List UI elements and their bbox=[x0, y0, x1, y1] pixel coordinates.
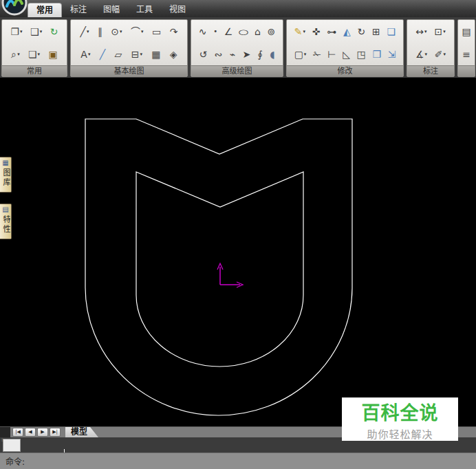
library-icon: ▦ bbox=[2, 159, 8, 167]
paste-special-button[interactable]: ⊟▾ bbox=[131, 48, 143, 61]
parallel-line-button[interactable]: ∥ bbox=[97, 25, 103, 38]
command-window-handle[interactable] bbox=[3, 439, 21, 452]
stretch-button[interactable]: ⇲ bbox=[387, 48, 397, 61]
ribbon-row-common-1: ❐▾❑▾↻ bbox=[2, 20, 67, 43]
axis-button[interactable]: ∠ bbox=[224, 25, 234, 38]
dropdown-caret-icon[interactable]: ▾ bbox=[38, 52, 41, 57]
prev-sheet-button[interactable]: ◀ bbox=[25, 428, 36, 437]
point-button[interactable]: • bbox=[213, 25, 218, 38]
ribbon-group-label-modify: 修改 bbox=[287, 65, 403, 76]
ribbon-row-extra-2: ≡ bbox=[458, 43, 475, 65]
profile-button[interactable]: ▱ bbox=[114, 48, 123, 61]
coordinate-button[interactable]: ⊡▾ bbox=[434, 25, 446, 38]
offset-button[interactable]: ❏ bbox=[387, 25, 397, 38]
ellipse-button[interactable]: ○ bbox=[239, 25, 248, 38]
polygon-button[interactable]: ⌂ bbox=[254, 25, 261, 38]
window-tab-常用[interactable]: 常用 bbox=[28, 3, 62, 17]
line-button[interactable]: ╱▾ bbox=[79, 25, 89, 38]
paste-button[interactable]: ❑▾ bbox=[30, 25, 43, 38]
spline-icon: ∿ bbox=[199, 26, 207, 37]
last-sheet-button[interactable]: ▶| bbox=[50, 428, 61, 437]
copy-button[interactable]: ❐▾ bbox=[10, 25, 23, 38]
next-sheet-button[interactable]: ▶ bbox=[37, 428, 48, 437]
line-width-button[interactable]: ≡ bbox=[462, 48, 471, 61]
spline-button[interactable]: ∿ bbox=[198, 25, 208, 38]
drawing-canvas[interactable]: ▦图库▤特性 bbox=[0, 78, 476, 426]
rotate-button[interactable]: ↻ bbox=[357, 25, 367, 38]
dropdown-caret-icon[interactable]: ▾ bbox=[304, 52, 307, 57]
chamfer-button[interactable]: ◺ bbox=[342, 48, 351, 61]
window-tab-标注[interactable]: 标注 bbox=[62, 3, 95, 17]
arc-button[interactable]: ⌒▾ bbox=[130, 25, 144, 38]
dropdown-caret-icon[interactable]: ▾ bbox=[140, 52, 142, 57]
corner-button[interactable]: ◳ bbox=[356, 48, 367, 61]
array-button[interactable]: ⊞ bbox=[371, 25, 381, 38]
dropdown-caret-icon[interactable]: ▾ bbox=[40, 29, 43, 34]
window-tab-图幅[interactable]: 图幅 bbox=[95, 3, 128, 17]
dropdown-caret-icon[interactable]: ▾ bbox=[87, 29, 89, 34]
sheet-button[interactable]: ▤ bbox=[461, 25, 471, 38]
break-line-button[interactable]: ⌁ bbox=[229, 48, 236, 61]
copy-shift-button[interactable]: ⊶ bbox=[326, 25, 337, 38]
trim-button[interactable]: ✁ bbox=[312, 48, 322, 61]
dropdown-caret-icon[interactable]: ▾ bbox=[444, 52, 446, 57]
window-tab-视图[interactable]: 视图 bbox=[161, 3, 194, 17]
wave-line-button[interactable]: ∾ bbox=[213, 48, 223, 61]
zoom-button[interactable]: ⌕▾ bbox=[10, 48, 20, 61]
tolerance-button[interactable]: ∡▾ bbox=[415, 48, 428, 61]
side-tab-图库[interactable]: ▦图库 bbox=[0, 157, 12, 193]
dropdown-caret-icon[interactable]: ▾ bbox=[424, 52, 427, 57]
extend-button[interactable]: ⊢ bbox=[327, 48, 336, 61]
dimension-button[interactable]: ↔▾ bbox=[415, 25, 427, 38]
explode-button[interactable]: ❒ bbox=[371, 48, 382, 61]
explode-icon: ❒ bbox=[372, 49, 381, 60]
sketch-line-button[interactable]: ╱ bbox=[99, 48, 106, 61]
ribbon-tabstrip: 常用标注图幅工具视图 bbox=[28, 2, 194, 17]
rectangle-icon: ▭ bbox=[152, 26, 161, 37]
dropdown-caret-icon[interactable]: ▾ bbox=[303, 29, 306, 34]
rectangle-button[interactable]: ▭ bbox=[151, 25, 162, 38]
line-width-icon: ≡ bbox=[462, 49, 470, 60]
erase-button[interactable]: ✎▾ bbox=[294, 25, 306, 38]
application-window: 常用标注图幅工具视图 ❐▾❑▾↻⌕▾❏▾▣常用╱▾∥⊙▾⌒▾▭↷A▾╱▱⊟▾▦◈… bbox=[0, 0, 476, 469]
dropdown-caret-icon[interactable]: ▾ bbox=[120, 29, 122, 34]
hatch-button[interactable]: ▦ bbox=[151, 48, 161, 61]
ribbon-group-adv-draw: ∿•∠○⌂⊚↺∾⌁➤∮◖高级绘图 bbox=[191, 19, 283, 77]
circle-button[interactable]: ⊙▾ bbox=[110, 25, 122, 38]
dropdown-caret-icon[interactable]: ▾ bbox=[424, 29, 427, 34]
contour-button[interactable]: ∮ bbox=[257, 48, 263, 61]
label-tag-button[interactable]: ◈ bbox=[169, 48, 178, 61]
rotate-icon: ↻ bbox=[358, 26, 366, 37]
model-tab[interactable]: 模型 bbox=[65, 427, 98, 437]
side-tab-label: 特性 bbox=[0, 215, 11, 235]
revolve-circle-button[interactable]: ⊚ bbox=[267, 25, 277, 38]
hatch-icon: ▦ bbox=[151, 49, 160, 60]
dropdown-caret-icon[interactable]: ▾ bbox=[20, 29, 23, 34]
app-logo-icon[interactable] bbox=[1, 0, 28, 16]
side-tab-特性[interactable]: ▤特性 bbox=[0, 204, 12, 239]
move-button[interactable]: ✜ bbox=[312, 25, 321, 38]
dropdown-caret-icon[interactable]: ▾ bbox=[88, 52, 91, 57]
revolve-button[interactable]: ↺ bbox=[198, 48, 208, 61]
hook-curve-button[interactable]: ↷ bbox=[169, 25, 179, 38]
side-tab-label: 图库 bbox=[0, 168, 11, 188]
region-select-button[interactable]: ▢▾ bbox=[294, 48, 307, 61]
save-view-button[interactable]: ▣ bbox=[47, 48, 58, 61]
window-tab-工具[interactable]: 工具 bbox=[128, 3, 161, 17]
mirror-button[interactable]: ◭ bbox=[343, 25, 351, 38]
dropdown-caret-icon[interactable]: ▾ bbox=[141, 29, 144, 34]
local-view-button[interactable]: ◖ bbox=[269, 48, 275, 61]
command-bar[interactable]: 命令: bbox=[0, 452, 476, 469]
leader-arrow-button[interactable]: ➤ bbox=[241, 48, 251, 61]
extend-icon: ⊢ bbox=[327, 49, 336, 60]
profile-icon: ▱ bbox=[115, 49, 122, 60]
text-button[interactable]: A▾ bbox=[80, 48, 91, 61]
dim-edit-button[interactable]: ✐▾ bbox=[434, 48, 446, 61]
refresh-icon: ↻ bbox=[50, 26, 58, 37]
refresh-button[interactable]: ↻ bbox=[50, 25, 59, 38]
dropdown-caret-icon[interactable]: ▾ bbox=[17, 52, 20, 57]
copy-icon: ❐ bbox=[11, 26, 20, 37]
first-sheet-button[interactable]: |◀ bbox=[12, 428, 23, 437]
dropdown-caret-icon[interactable]: ▾ bbox=[443, 29, 446, 34]
pick-page-button[interactable]: ❏▾ bbox=[28, 48, 41, 61]
